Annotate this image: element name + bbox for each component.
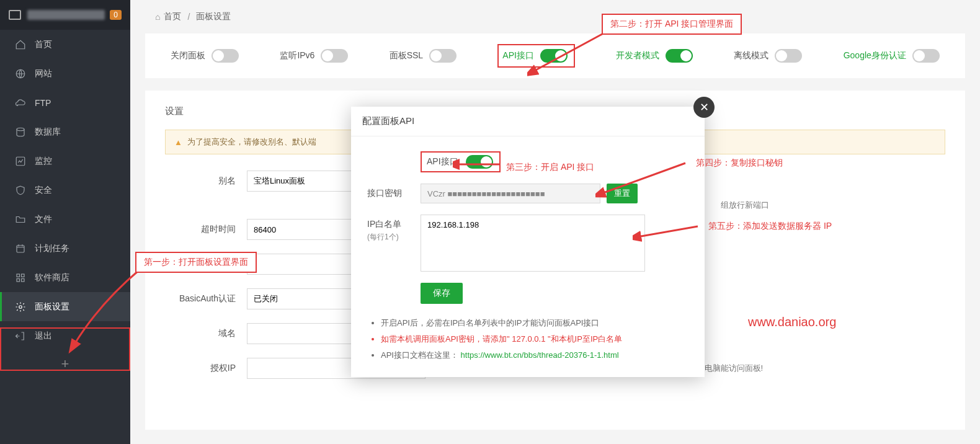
sidebar-item-label: 网站: [35, 68, 52, 79]
note-1: 开启API后，必需在IP白名单列表中的IP才能访问面板API接口: [381, 315, 688, 331]
switch[interactable]: [912, 49, 940, 63]
toggle-dev: 开发者模式: [616, 49, 693, 63]
switch[interactable]: [775, 49, 802, 63]
anno-step1: 第一步：打开面板设置界面: [135, 252, 257, 273]
sidebar-item-home[interactable]: 首页: [0, 30, 130, 59]
switch[interactable]: [321, 49, 348, 63]
warning-icon: ▲: [174, 138, 182, 147]
sidebar-add[interactable]: +: [0, 350, 130, 378]
anno-step4: 第四步：复制接口秘钥: [688, 154, 790, 172]
cloud-icon: [15, 97, 26, 109]
toggle-offline: 离线模式: [734, 49, 802, 63]
toggle-close-panel: 关闭面板: [171, 49, 239, 63]
dialog-row-save: 保存: [367, 283, 688, 304]
server-name-blurred: [27, 10, 105, 20]
svg-rect-4: [17, 274, 20, 277]
globe-icon: [15, 68, 26, 79]
sidebar-item-security[interactable]: 安全: [0, 175, 130, 205]
sidebar-item-files[interactable]: 文件: [0, 205, 130, 234]
toggle-ssl: 面板SSL: [390, 49, 457, 63]
arrow-step4: [595, 161, 688, 198]
switch[interactable]: [666, 49, 693, 63]
calendar-icon: [15, 243, 26, 254]
api-doc-link[interactable]: https://www.bt.cn/bbs/thread-20376-1-1.h…: [461, 350, 619, 360]
sidebar-item-label: 安全: [35, 185, 52, 196]
sidebar: 0 首页 网站 FTP 数据库 监控 安全 文件 计划任务 软件商店 面板设置: [0, 0, 130, 444]
sidebar-item-label: 数据库: [35, 127, 61, 138]
crumb-home[interactable]: 首页: [164, 11, 181, 22]
anno-step2: 第二步：打开 API 接口管理界面: [602, 14, 742, 35]
svg-rect-3: [17, 245, 24, 252]
svg-rect-6: [17, 278, 20, 282]
sidebar-item-monitor[interactable]: 监控: [0, 146, 130, 175]
arrow-step3: [453, 158, 502, 171]
sidebar-header: 0: [0, 0, 130, 30]
notify-badge[interactable]: 0: [110, 10, 122, 20]
ip-whitelist-textarea[interactable]: [421, 215, 645, 272]
sidebar-item-label: 退出: [35, 331, 52, 342]
dialog-notes: 开启API后，必需在IP白名单列表中的IP才能访问面板API接口 如需本机调用面…: [367, 315, 688, 363]
watermark: www.daniao.org: [748, 315, 836, 329]
shield-icon: [15, 185, 26, 196]
svg-rect-7: [22, 278, 25, 282]
anno-step3: 第三步：开启 API 接口: [499, 158, 602, 177]
save-button[interactable]: 保存: [421, 283, 463, 304]
arrow-step1: [62, 267, 143, 353]
grid-icon: [15, 272, 26, 283]
home-icon: ⌂: [155, 12, 160, 22]
svg-point-1: [17, 128, 24, 131]
toggle-google: Google身份认证: [844, 49, 940, 63]
dialog-close-button[interactable]: ✕: [693, 97, 715, 118]
note-3: API接口文档在这里： https://www.bt.cn/bbs/thread…: [381, 347, 688, 363]
sidebar-item-label: 计划任务: [35, 243, 69, 254]
port-hint[interactable]: 组放行新端口: [721, 200, 769, 211]
anno-step5: 第五步：添加发送数据服务器 IP: [701, 217, 839, 236]
arrow-step5: [633, 223, 701, 242]
sidebar-item-label: FTP: [35, 98, 51, 108]
home-icon: [15, 39, 26, 50]
chart-icon: [15, 156, 26, 167]
folder-icon: [15, 214, 26, 225]
crumb-sep: /: [187, 12, 190, 22]
sidebar-item-label: 文件: [35, 214, 52, 225]
logout-icon: [15, 331, 26, 342]
monitor-icon: [9, 10, 21, 20]
note-2: 如需本机调用面板API密钥，请添加" 127.0.0.1 "和本机IP至IP白名…: [381, 331, 688, 347]
database-icon: [15, 127, 26, 138]
sidebar-item-ftp[interactable]: FTP: [0, 88, 130, 117]
sidebar-item-db[interactable]: 数据库: [0, 117, 130, 146]
warning-text: 为了提高安全，请修改别名、默认端: [187, 136, 316, 148]
sidebar-item-cron[interactable]: 计划任务: [0, 234, 130, 263]
sidebar-item-site[interactable]: 网站: [0, 59, 130, 88]
gear-icon: [15, 301, 26, 313]
switch[interactable]: [212, 49, 239, 63]
switch[interactable]: [429, 49, 457, 63]
toggle-ipv6: 监听IPv6: [280, 49, 348, 63]
arrow-step2: [527, 28, 614, 78]
crumb-current: 面板设置: [196, 11, 231, 22]
api-config-dialog: ✕ 配置面板API API接口 接口密钥 重置 IP白名单 (每行1个) 保存 …: [351, 107, 705, 377]
sidebar-item-label: 监控: [35, 156, 52, 167]
api-key-input[interactable]: [421, 184, 600, 203]
sidebar-item-label: 首页: [35, 39, 52, 50]
svg-rect-5: [22, 274, 25, 277]
dialog-title: 配置面板API: [351, 107, 705, 136]
svg-point-8: [19, 305, 22, 308]
